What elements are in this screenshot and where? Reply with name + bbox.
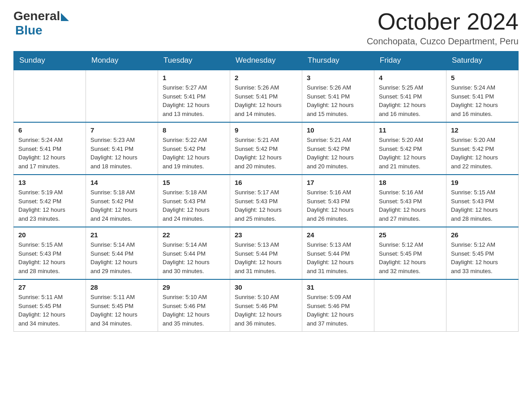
day-number: 4 bbox=[379, 74, 442, 81]
day-detail: Sunrise: 5:12 AM Sunset: 5:45 PM Dayligh… bbox=[379, 240, 442, 275]
day-detail: Sunrise: 5:16 AM Sunset: 5:43 PM Dayligh… bbox=[379, 188, 442, 223]
day-detail: Sunrise: 5:19 AM Sunset: 5:42 PM Dayligh… bbox=[18, 188, 81, 223]
day-detail: Sunrise: 5:10 AM Sunset: 5:46 PM Dayligh… bbox=[163, 293, 225, 328]
day-number: 25 bbox=[379, 231, 442, 239]
calendar-day-cell: 27Sunrise: 5:11 AM Sunset: 5:45 PM Dayli… bbox=[14, 279, 86, 332]
day-number: 16 bbox=[235, 179, 297, 186]
calendar-day-cell: 20Sunrise: 5:15 AM Sunset: 5:43 PM Dayli… bbox=[14, 227, 86, 279]
logo-triangle-icon bbox=[61, 13, 69, 21]
day-number: 12 bbox=[451, 126, 514, 134]
calendar-header-row: SundayMondayTuesdayWednesdayThursdayFrid… bbox=[14, 51, 519, 70]
calendar-weekday-header: Thursday bbox=[302, 51, 374, 70]
location-text: Conchopata, Cuzco Department, Peru bbox=[367, 36, 519, 47]
calendar-day-cell: 9Sunrise: 5:21 AM Sunset: 5:42 PM Daylig… bbox=[230, 122, 302, 175]
calendar-weekday-header: Tuesday bbox=[158, 51, 230, 70]
logo-text-blue: Blue bbox=[15, 23, 69, 38]
calendar-weekday-header: Monday bbox=[86, 51, 158, 70]
calendar-day-cell: 5Sunrise: 5:24 AM Sunset: 5:41 PM Daylig… bbox=[446, 70, 519, 122]
calendar-week-row: 6Sunrise: 5:24 AM Sunset: 5:41 PM Daylig… bbox=[14, 122, 519, 175]
calendar-day-cell: 1Sunrise: 5:27 AM Sunset: 5:41 PM Daylig… bbox=[158, 70, 230, 122]
day-number: 2 bbox=[235, 74, 297, 81]
day-number: 15 bbox=[163, 179, 225, 186]
calendar-day-cell: 4Sunrise: 5:25 AM Sunset: 5:41 PM Daylig… bbox=[374, 70, 446, 122]
day-number: 1 bbox=[163, 74, 225, 81]
day-detail: Sunrise: 5:20 AM Sunset: 5:42 PM Dayligh… bbox=[379, 136, 442, 171]
day-number: 19 bbox=[451, 179, 514, 186]
calendar-day-cell: 13Sunrise: 5:19 AM Sunset: 5:42 PM Dayli… bbox=[14, 175, 86, 227]
day-number: 11 bbox=[379, 126, 442, 134]
calendar-day-cell: 29Sunrise: 5:10 AM Sunset: 5:46 PM Dayli… bbox=[158, 279, 230, 332]
day-detail: Sunrise: 5:16 AM Sunset: 5:43 PM Dayligh… bbox=[307, 188, 369, 223]
day-detail: Sunrise: 5:14 AM Sunset: 5:44 PM Dayligh… bbox=[90, 240, 153, 275]
calendar-day-cell: 23Sunrise: 5:13 AM Sunset: 5:44 PM Dayli… bbox=[230, 227, 302, 279]
calendar-day-cell: 19Sunrise: 5:15 AM Sunset: 5:43 PM Dayli… bbox=[446, 175, 519, 227]
calendar-week-row: 13Sunrise: 5:19 AM Sunset: 5:42 PM Dayli… bbox=[14, 175, 519, 227]
day-number: 31 bbox=[307, 283, 369, 291]
calendar-weekday-header: Sunday bbox=[14, 51, 86, 70]
calendar-day-cell bbox=[14, 70, 86, 122]
month-title: October 2024 bbox=[367, 9, 519, 34]
day-detail: Sunrise: 5:25 AM Sunset: 5:41 PM Dayligh… bbox=[379, 83, 442, 118]
day-number: 21 bbox=[90, 231, 153, 239]
calendar-day-cell: 16Sunrise: 5:17 AM Sunset: 5:43 PM Dayli… bbox=[230, 175, 302, 227]
calendar-weekday-header: Wednesday bbox=[230, 51, 302, 70]
day-detail: Sunrise: 5:13 AM Sunset: 5:44 PM Dayligh… bbox=[307, 240, 369, 275]
day-detail: Sunrise: 5:09 AM Sunset: 5:46 PM Dayligh… bbox=[307, 293, 369, 328]
calendar-week-row: 1Sunrise: 5:27 AM Sunset: 5:41 PM Daylig… bbox=[14, 70, 519, 122]
calendar-day-cell bbox=[446, 279, 519, 332]
day-number: 27 bbox=[18, 283, 81, 291]
day-detail: Sunrise: 5:13 AM Sunset: 5:44 PM Dayligh… bbox=[235, 240, 297, 275]
calendar-day-cell: 2Sunrise: 5:26 AM Sunset: 5:41 PM Daylig… bbox=[230, 70, 302, 122]
calendar-table: SundayMondayTuesdayWednesdayThursdayFrid… bbox=[13, 51, 519, 332]
day-detail: Sunrise: 5:26 AM Sunset: 5:41 PM Dayligh… bbox=[307, 83, 369, 118]
calendar-day-cell: 8Sunrise: 5:22 AM Sunset: 5:42 PM Daylig… bbox=[158, 122, 230, 175]
day-detail: Sunrise: 5:26 AM Sunset: 5:41 PM Dayligh… bbox=[235, 83, 297, 118]
day-detail: Sunrise: 5:18 AM Sunset: 5:42 PM Dayligh… bbox=[90, 188, 153, 223]
day-detail: Sunrise: 5:24 AM Sunset: 5:41 PM Dayligh… bbox=[18, 136, 81, 171]
day-detail: Sunrise: 5:22 AM Sunset: 5:42 PM Dayligh… bbox=[163, 136, 225, 171]
day-number: 30 bbox=[235, 283, 297, 291]
page-header: General Blue October 2024 Conchopata, Cu… bbox=[13, 9, 519, 47]
day-detail: Sunrise: 5:11 AM Sunset: 5:45 PM Dayligh… bbox=[90, 293, 153, 328]
day-detail: Sunrise: 5:18 AM Sunset: 5:43 PM Dayligh… bbox=[163, 188, 225, 223]
calendar-day-cell: 11Sunrise: 5:20 AM Sunset: 5:42 PM Dayli… bbox=[374, 122, 446, 175]
day-number: 22 bbox=[163, 231, 225, 239]
day-number: 13 bbox=[18, 179, 81, 186]
calendar-day-cell: 7Sunrise: 5:23 AM Sunset: 5:41 PM Daylig… bbox=[86, 122, 158, 175]
day-detail: Sunrise: 5:15 AM Sunset: 5:43 PM Dayligh… bbox=[18, 240, 81, 275]
calendar-day-cell: 22Sunrise: 5:14 AM Sunset: 5:44 PM Dayli… bbox=[158, 227, 230, 279]
day-number: 5 bbox=[451, 74, 514, 81]
calendar-day-cell: 10Sunrise: 5:21 AM Sunset: 5:42 PM Dayli… bbox=[302, 122, 374, 175]
day-number: 17 bbox=[307, 179, 369, 186]
calendar-day-cell: 6Sunrise: 5:24 AM Sunset: 5:41 PM Daylig… bbox=[14, 122, 86, 175]
day-detail: Sunrise: 5:21 AM Sunset: 5:42 PM Dayligh… bbox=[235, 136, 297, 171]
calendar-day-cell: 12Sunrise: 5:20 AM Sunset: 5:42 PM Dayli… bbox=[446, 122, 519, 175]
day-detail: Sunrise: 5:14 AM Sunset: 5:44 PM Dayligh… bbox=[163, 240, 225, 275]
day-detail: Sunrise: 5:15 AM Sunset: 5:43 PM Dayligh… bbox=[451, 188, 514, 223]
calendar-day-cell: 17Sunrise: 5:16 AM Sunset: 5:43 PM Dayli… bbox=[302, 175, 374, 227]
calendar-day-cell: 15Sunrise: 5:18 AM Sunset: 5:43 PM Dayli… bbox=[158, 175, 230, 227]
day-number: 29 bbox=[163, 283, 225, 291]
day-detail: Sunrise: 5:27 AM Sunset: 5:41 PM Dayligh… bbox=[163, 83, 225, 118]
calendar-day-cell: 25Sunrise: 5:12 AM Sunset: 5:45 PM Dayli… bbox=[374, 227, 446, 279]
calendar-week-row: 20Sunrise: 5:15 AM Sunset: 5:43 PM Dayli… bbox=[14, 227, 519, 279]
day-number: 24 bbox=[307, 231, 369, 239]
calendar-day-cell: 14Sunrise: 5:18 AM Sunset: 5:42 PM Dayli… bbox=[86, 175, 158, 227]
day-number: 10 bbox=[307, 126, 369, 134]
day-number: 20 bbox=[18, 231, 81, 239]
day-number: 9 bbox=[235, 126, 297, 134]
logo-text-general: General bbox=[13, 9, 60, 23]
day-number: 23 bbox=[235, 231, 297, 239]
day-detail: Sunrise: 5:17 AM Sunset: 5:43 PM Dayligh… bbox=[235, 188, 297, 223]
calendar-day-cell: 28Sunrise: 5:11 AM Sunset: 5:45 PM Dayli… bbox=[86, 279, 158, 332]
calendar-day-cell: 24Sunrise: 5:13 AM Sunset: 5:44 PM Dayli… bbox=[302, 227, 374, 279]
calendar-day-cell bbox=[374, 279, 446, 332]
calendar-week-row: 27Sunrise: 5:11 AM Sunset: 5:45 PM Dayli… bbox=[14, 279, 519, 332]
day-number: 8 bbox=[163, 126, 225, 134]
day-detail: Sunrise: 5:21 AM Sunset: 5:42 PM Dayligh… bbox=[307, 136, 369, 171]
day-number: 3 bbox=[307, 74, 369, 81]
calendar-day-cell: 26Sunrise: 5:12 AM Sunset: 5:45 PM Dayli… bbox=[446, 227, 519, 279]
logo: General Blue bbox=[13, 9, 69, 38]
calendar-day-cell: 3Sunrise: 5:26 AM Sunset: 5:41 PM Daylig… bbox=[302, 70, 374, 122]
calendar-weekday-header: Saturday bbox=[446, 51, 519, 70]
